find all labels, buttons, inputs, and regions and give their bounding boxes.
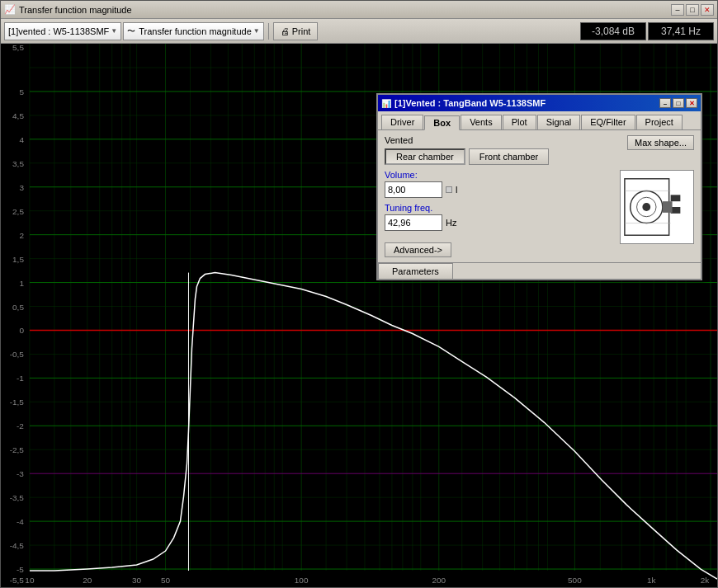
svg-text:5,5: 5,5: [12, 44, 24, 52]
close-button[interactable]: ✕: [701, 4, 714, 16]
svg-text:-5: -5: [17, 565, 24, 574]
dropdown1-arrow: ▼: [111, 27, 117, 35]
svg-text:1k: 1k: [647, 576, 656, 585]
svg-text:2: 2: [19, 231, 24, 240]
svg-text:-5,5: -5,5: [10, 576, 25, 585]
volume-label: Volume:: [385, 170, 615, 180]
dropdown2-arrow: ▼: [253, 27, 260, 35]
function-dropdown[interactable]: 〜 Transfer function magnitude ▼: [123, 22, 263, 40]
front-chamber-button[interactable]: Front chamber: [469, 148, 550, 165]
speaker-svg: [621, 170, 693, 244]
instrument-dropdown[interactable]: [1]vented : W5-1138SMF ▼: [4, 22, 121, 40]
print-button[interactable]: 🖨 Print: [273, 22, 319, 40]
chamber-row: Rear chamber Front chamber: [385, 148, 694, 165]
svg-point-104: [642, 203, 650, 211]
svg-text:2,5: 2,5: [12, 207, 24, 216]
dialog-footer: Parameters: [378, 262, 701, 279]
tuning-row: Hz: [385, 214, 615, 231]
svg-text:100: 100: [295, 576, 309, 585]
svg-text:-4: -4: [17, 517, 24, 526]
title-bar-buttons: – □ ✕: [671, 4, 714, 16]
advanced-button[interactable]: Advanced->: [385, 242, 451, 257]
instrument-label: [1]vented : W5-1138SMF: [8, 26, 109, 36]
input-panel: Volume: l Tuning freq.: [385, 170, 615, 257]
tab-vents[interactable]: Vents: [461, 115, 502, 129]
svg-text:-4,5: -4,5: [10, 541, 25, 550]
svg-text:1: 1: [19, 279, 24, 288]
function-icon: 〜: [127, 26, 135, 37]
svg-text:1,5: 1,5: [12, 255, 24, 264]
svg-text:4: 4: [19, 135, 24, 144]
svg-text:-0,5: -0,5: [10, 350, 25, 359]
svg-text:200: 200: [432, 576, 446, 585]
dialog-title-buttons: – □ ✕: [659, 98, 697, 108]
tuning-unit: Hz: [446, 218, 456, 228]
max-shape-button[interactable]: Max shape...: [627, 135, 694, 150]
volume-unit: l: [456, 185, 457, 195]
svg-text:30: 30: [132, 576, 142, 585]
maximize-button[interactable]: □: [686, 4, 699, 16]
printer-icon: 🖨: [281, 26, 290, 36]
svg-text:-1,5: -1,5: [10, 397, 25, 407]
tuning-group: Tuning freq. Hz: [385, 203, 615, 231]
print-label: Print: [292, 26, 311, 36]
svg-text:5: 5: [19, 87, 24, 96]
svg-text:3,5: 3,5: [12, 159, 24, 168]
dialog-content: Vented Max shape... Rear chamber Front c…: [378, 130, 701, 262]
svg-text:-1: -1: [17, 374, 24, 383]
dialog-icon: 📊: [381, 99, 391, 108]
db-status: -3,084 dB: [580, 22, 646, 40]
svg-text:-3: -3: [17, 469, 24, 478]
dialog-maximize-btn[interactable]: □: [673, 98, 684, 108]
status-boxes: -3,084 dB 37,41 Hz: [580, 22, 714, 40]
dialog-title: [1]Vented : TangBand W5-1138SMF: [394, 98, 659, 108]
svg-text:-2: -2: [17, 421, 24, 430]
toolbar: [1]vented : W5-1138SMF ▼ 〜 Transfer func…: [1, 19, 717, 44]
tab-eqfilter[interactable]: EQ/Filter: [581, 115, 635, 129]
graph-area: 5,5 5 4,5 4 3,5 3 2,5 2 1,5 1 0,5 0 -0,5…: [1, 44, 717, 587]
svg-text:50: 50: [161, 576, 171, 585]
volume-input[interactable]: [385, 181, 442, 198]
svg-text:2k: 2k: [701, 576, 710, 585]
parameters-tab[interactable]: Parameters: [378, 263, 453, 279]
dialog-window: 📊 [1]Vented : TangBand W5-1138SMF – □ ✕ …: [376, 93, 702, 280]
function-label: Transfer function magnitude: [139, 26, 252, 36]
volume-indicator: [446, 186, 452, 193]
app-title: Transfer function magnitude: [19, 5, 671, 15]
tab-signal[interactable]: Signal: [537, 115, 581, 129]
volume-group: Volume: l: [385, 170, 615, 198]
svg-rect-100: [621, 171, 693, 243]
separator: [268, 23, 269, 40]
svg-rect-105: [671, 195, 681, 201]
title-bar: 📈 Transfer function magnitude – □ ✕: [1, 1, 717, 19]
svg-text:20: 20: [83, 576, 92, 585]
svg-text:3: 3: [19, 183, 24, 192]
speaker-image: [620, 170, 694, 244]
app-window: 📈 Transfer function magnitude – □ ✕ [1]v…: [0, 0, 718, 588]
svg-text:0,5: 0,5: [12, 303, 24, 312]
tab-box[interactable]: Box: [424, 115, 460, 130]
minimize-button[interactable]: –: [671, 4, 684, 16]
volume-row: l: [385, 181, 615, 198]
svg-text:-2,5: -2,5: [10, 445, 25, 454]
tab-plot[interactable]: Plot: [503, 115, 536, 129]
dialog-title-bar: 📊 [1]Vented : TangBand W5-1138SMF – □ ✕: [378, 95, 701, 111]
app-icon: 📈: [4, 4, 16, 16]
tab-driver[interactable]: Driver: [381, 115, 423, 129]
dialog-body: Volume: l Tuning freq.: [385, 170, 694, 257]
dialog-close-btn[interactable]: ✕: [686, 98, 697, 108]
svg-rect-107: [663, 201, 673, 213]
rear-chamber-button[interactable]: Rear chamber: [385, 148, 465, 165]
dialog-minimize-btn[interactable]: –: [659, 98, 671, 108]
tab-project[interactable]: Project: [636, 115, 683, 129]
tuning-label: Tuning freq.: [385, 203, 615, 213]
tuning-input[interactable]: [385, 214, 442, 231]
svg-text:500: 500: [568, 576, 582, 585]
dialog-tabs: Driver Box Vents Plot Signal EQ/Filter P…: [378, 111, 701, 130]
svg-text:0: 0: [19, 326, 24, 335]
hz-status: 37,41 Hz: [648, 22, 714, 40]
svg-text:10: 10: [25, 576, 35, 585]
svg-text:-3,5: -3,5: [10, 493, 25, 502]
svg-text:4,5: 4,5: [12, 111, 24, 120]
